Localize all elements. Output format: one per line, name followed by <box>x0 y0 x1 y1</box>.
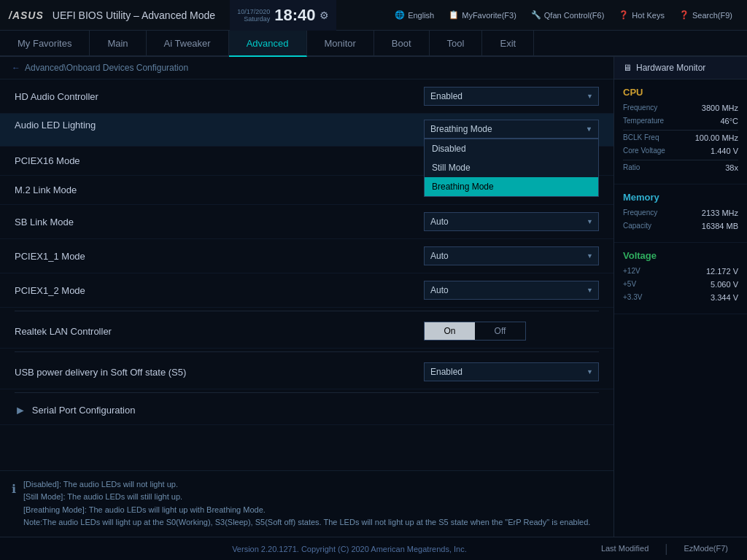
toggle-on-button[interactable]: On <box>425 322 475 340</box>
search-icon: ❓ <box>679 10 689 20</box>
core-volt-row: Core Voltage 1.440 V <box>623 147 738 155</box>
back-arrow[interactable]: ← <box>12 63 20 73</box>
hw-monitor-panel: 🖥 Hardware Monitor CPU Frequency 3800 MH… <box>614 57 747 537</box>
qfan-button[interactable]: 🔧 Qfan Control(F6) <box>525 8 611 22</box>
m2-link-label: M.2 Link Mode <box>15 184 424 195</box>
hw-monitor-title: 🖥 Hardware Monitor <box>614 57 747 79</box>
cpu-title: CPU <box>623 87 738 98</box>
tab-main[interactable]: Main <box>90 31 146 55</box>
tab-exit[interactable]: Exit <box>482 31 534 55</box>
serial-port-row[interactable]: ► Serial Port Configuration <box>0 396 614 425</box>
cpu-section: CPU Frequency 3800 MHz Temperature 46°C … <box>614 79 747 184</box>
tab-ai-tweaker[interactable]: Ai Tweaker <box>147 31 229 55</box>
cpu-divider-2 <box>623 160 738 160</box>
hd-audio-control[interactable]: Enabled Disabled <box>424 87 599 106</box>
time-display: 18:40 <box>274 6 315 25</box>
hd-audio-label: HD Audio Controller <box>15 91 424 102</box>
footer-version: Version 2.20.1271. Copyright (C) 2020 Am… <box>102 545 597 553</box>
tab-monitor[interactable]: Monitor <box>307 31 374 55</box>
option-breathing-mode[interactable]: Breathing Mode <box>425 177 598 196</box>
asus-logo-text: /ASUS <box>9 9 44 21</box>
pciex1-2-row: PCIEX1_2 Mode Auto <box>0 273 614 308</box>
date-text: 10/17/2020 <box>237 8 270 15</box>
sb-link-label: SB Link Mode <box>15 217 424 228</box>
tab-tool[interactable]: Tool <box>430 31 483 55</box>
hd-audio-dropdown[interactable]: Enabled Disabled <box>424 87 599 106</box>
cpu-freq-value: 3800 MHz <box>702 104 738 112</box>
pciex1-1-control[interactable]: Auto <box>424 246 599 265</box>
toggle-off-button[interactable]: Off <box>475 322 525 340</box>
ratio-label: Ratio <box>623 163 640 172</box>
pciex1-2-control[interactable]: Auto <box>424 281 599 300</box>
info-line-3: Note:The audio LEDs will light up at the… <box>23 516 590 529</box>
pciex1-1-dropdown[interactable]: Auto <box>424 246 599 265</box>
usb-power-dropdown[interactable]: Enabled Disabled <box>424 362 599 381</box>
info-text: [Disabled]: The audio LEDs will not ligh… <box>23 478 590 529</box>
realtek-toggle[interactable]: On Off <box>424 322 526 341</box>
my-favorite-button[interactable]: 📋 MyFavorite(F3) <box>443 8 522 22</box>
asus-logo: /ASUS <box>9 9 44 21</box>
last-modified-button[interactable]: Last Modified <box>597 542 653 556</box>
voltage-section: Voltage +12V 12.172 V +5V 5.060 V +3.3V … <box>614 243 747 314</box>
cpu-temp-label: Temperature <box>623 117 664 125</box>
memory-section: Memory Frequency 2133 MHz Capacity 16384… <box>614 184 747 243</box>
pciex1-2-label: PCIEX1_2 Mode <box>15 285 424 296</box>
bclk-label: BCLK Freq <box>623 133 659 142</box>
audio-led-dropdown-display[interactable]: Breathing Mode ▼ <box>424 120 599 139</box>
divider-2 <box>15 351 599 352</box>
usb-power-control[interactable]: Enabled Disabled <box>424 362 599 381</box>
sb-link-control[interactable]: Auto <box>424 212 599 231</box>
mem-freq-label: Frequency <box>623 209 657 217</box>
footer: Version 2.20.1271. Copyright (C) 2020 Am… <box>0 537 747 560</box>
bios-title: UEFI BIOS Utility – Advanced Mode <box>53 9 215 21</box>
ratio-row: Ratio 38x <box>623 163 738 172</box>
cpu-temp-value: 46°C <box>720 117 738 125</box>
info-line-2: [Breathing Mode]: The audio LEDs will li… <box>23 504 590 517</box>
settings-icon[interactable]: ⚙ <box>320 9 329 21</box>
fan-icon: 🔧 <box>531 10 541 20</box>
settings-list: HD Audio Controller Enabled Disabled Aud… <box>0 79 614 470</box>
tab-boot[interactable]: Boot <box>374 31 430 55</box>
info-icon: ℹ <box>12 480 16 529</box>
audio-led-dropdown-container[interactable]: Breathing Mode ▼ Disabled Still Mode <box>424 120 599 139</box>
hotkeys-button[interactable]: ❓ Hot Keys <box>613 8 670 22</box>
pciex16-label: PCIEX16 Mode <box>15 155 424 166</box>
bclk-row: BCLK Freq 100.00 MHz <box>623 133 738 142</box>
mem-cap-value: 16384 MB <box>702 222 738 230</box>
pciex1-1-row: PCIEX1_1 Mode Auto <box>0 239 614 273</box>
pciex1-1-label: PCIEX1_1 Mode <box>15 251 424 262</box>
audio-led-label: Audio LED Lighting <box>15 120 424 131</box>
ez-mode-button[interactable]: EzMode(F7) <box>679 542 732 556</box>
mem-freq-value: 2133 MHz <box>702 209 738 217</box>
v33-row: +3.3V 3.344 V <box>623 293 738 302</box>
serial-port-label: Serial Port Configuration <box>32 405 599 416</box>
header-top: /ASUS UEFI BIOS Utility – Advanced Mode … <box>0 0 747 31</box>
memory-title: Memory <box>623 192 738 203</box>
time-area: 10/17/2020 Saturday 18:40 ⚙ <box>230 0 336 31</box>
search-button[interactable]: ❓ Search(F9) <box>673 8 738 22</box>
v5-value: 5.060 V <box>711 280 738 289</box>
tab-advanced[interactable]: Advanced <box>229 31 307 57</box>
tab-favorites[interactable]: My Favorites <box>0 31 90 55</box>
divider-3 <box>15 392 599 393</box>
v12-label: +12V <box>623 267 640 276</box>
option-still-mode[interactable]: Still Mode <box>425 158 598 177</box>
day-text: Saturday <box>244 15 270 23</box>
sb-link-dropdown[interactable]: Auto <box>424 212 599 231</box>
v5-label: +5V <box>623 280 636 289</box>
info-line-1: [Still Mode]: The audio LEDs will still … <box>23 491 590 504</box>
dropdown-arrow-icon: ▼ <box>586 125 592 133</box>
globe-icon: 🌐 <box>395 10 405 20</box>
nav-tabs: My Favorites Main Ai Tweaker Advanced Mo… <box>0 31 747 57</box>
language-button[interactable]: 🌐 English <box>389 8 440 22</box>
voltage-title: Voltage <box>623 250 738 261</box>
pciex1-2-dropdown[interactable]: Auto <box>424 281 599 300</box>
footer-right: Last Modified | EzMode(F7) <box>597 542 732 556</box>
cpu-temp-row: Temperature 46°C <box>623 117 738 125</box>
option-disabled[interactable]: Disabled <box>425 139 598 158</box>
info-box: ℹ [Disabled]: The audio LEDs will not li… <box>0 470 614 537</box>
audio-led-control[interactable]: Breathing Mode ▼ Disabled Still Mode <box>424 120 599 139</box>
usb-power-row: USB power delivery in Soft Off state (S5… <box>0 355 614 389</box>
header-buttons: 🌐 English 📋 MyFavorite(F3) 🔧 Qfan Contro… <box>389 8 738 22</box>
cpu-divider <box>623 130 738 131</box>
